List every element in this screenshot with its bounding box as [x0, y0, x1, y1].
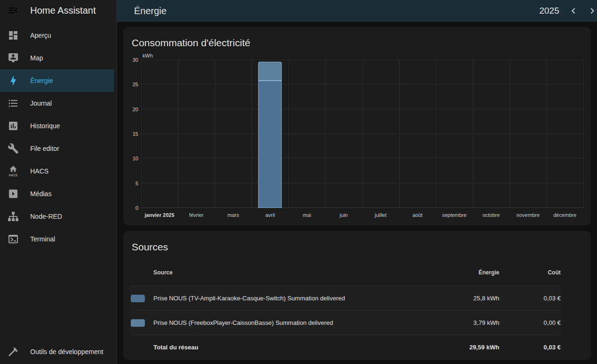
app-title: Home Assistant — [30, 5, 96, 16]
sidebar-nav: Aperçu Map Énergie Journal Historique Fi… — [0, 21, 117, 250]
play-box-icon — [8, 188, 19, 199]
v-gridline — [547, 60, 547, 208]
format-list-bulleted-icon — [8, 98, 19, 109]
v-gridline — [215, 60, 215, 208]
chevron-left-icon — [568, 5, 579, 17]
sources-card-title: Sources — [131, 239, 583, 259]
wrench-icon — [8, 143, 19, 154]
period-navigation: 2025 — [539, 1, 597, 20]
menu-icon[interactable] — [8, 5, 19, 16]
x-axis-tick-label: septembre — [436, 212, 473, 218]
v-gridline — [473, 60, 473, 208]
sidebar-item-historique[interactable]: Historique — [0, 115, 114, 137]
lightning-bolt-icon — [8, 75, 19, 86]
electricity-consumption-chart: 051015202530 kWh janvier 2025févriermars… — [131, 60, 583, 218]
source-row: Prise NOUS (FreeboxPlayer-CaissonBasse) … — [131, 310, 561, 335]
app-header: Énergie 2025 — [117, 0, 597, 22]
page-title: Énergie — [134, 6, 167, 17]
sidebar-header: Home Assistant — [0, 0, 117, 21]
sidebar-item-node-red[interactable]: Node-RED — [0, 205, 114, 228]
cost-column-header: Coût — [499, 269, 561, 276]
sidebar-item-terminal[interactable]: Terminal — [0, 228, 114, 250]
sidebar-item-label: Terminal — [30, 235, 55, 243]
consumption-card-title: Consommation d'électricité — [131, 34, 583, 55]
console-icon — [8, 233, 19, 245]
x-axis-tick-label: juillet — [362, 212, 399, 218]
svg-text:HACS: HACS — [9, 174, 18, 177]
source-energy-value: 25,8 kWh — [429, 295, 499, 302]
v-gridline — [583, 60, 584, 208]
source-cost-value: 0,00 € — [499, 319, 561, 326]
sidebar-item-label: File editor — [30, 145, 59, 152]
v-gridline — [141, 60, 142, 208]
y-axis-tick-label: 5 — [135, 181, 138, 186]
sitemap-icon — [8, 211, 19, 222]
source-cost-value: 0,03 € — [499, 295, 561, 302]
chart-box-icon — [8, 120, 19, 132]
source-color-swatch — [131, 295, 145, 302]
sidebar-item-label: Node-RED — [30, 213, 62, 220]
y-axis-unit-label: kWh — [143, 53, 153, 58]
content: Consommation d'électricité 051015202530 … — [117, 22, 597, 364]
y-axis-tick-label: 0 — [135, 206, 138, 211]
energy-column-header: Énergie — [429, 269, 499, 276]
y-axis-tick-label: 30 — [133, 58, 138, 63]
x-axis-tick-label: avril — [252, 212, 288, 218]
v-gridline — [178, 60, 178, 208]
chart-bar[interactable] — [258, 60, 282, 208]
y-axis-tick-label: 25 — [133, 82, 138, 87]
v-gridline — [362, 60, 363, 208]
electricity-consumption-card: Consommation d'électricité 051015202530 … — [123, 27, 591, 225]
main-area: Énergie 2025 Consommation d'électricité … — [117, 0, 597, 364]
x-axis-tick-label: mars — [215, 212, 252, 218]
x-axis-tick-label: août — [399, 212, 436, 218]
next-period-button[interactable] — [583, 1, 597, 20]
sidebar-item-file-editor[interactable]: File editor — [0, 137, 114, 160]
sidebar-item-label: Historique — [30, 122, 60, 130]
sidebar-item-map[interactable]: Map — [0, 47, 114, 69]
sidebar-item-medias[interactable]: Médias — [0, 182, 114, 205]
sidebar-bottom: Outils de développement — [0, 340, 117, 364]
y-axis-tick-label: 10 — [133, 156, 138, 161]
v-gridline — [252, 60, 252, 208]
y-axis-tick-label: 15 — [133, 132, 138, 137]
bar-segment — [258, 62, 282, 81]
sources-table-body: Prise NOUS (TV-Ampli-Karaoke-Casque-Swit… — [131, 286, 561, 335]
hacs-icon: HACS — [8, 165, 19, 177]
source-energy-value: 3,79 kWh — [429, 319, 499, 326]
sources-card: Sources Source Énergie Coût Prise NOUS (… — [123, 231, 591, 360]
x-axis-tick-label: février — [178, 212, 215, 218]
sidebar-item-label: Journal — [30, 99, 52, 107]
period-label[interactable]: 2025 — [539, 6, 559, 16]
sources-table-header: Source Énergie Coût — [131, 259, 561, 286]
v-gridline — [325, 60, 326, 208]
x-axis-tick-label: novembre — [510, 212, 547, 218]
v-gridline — [436, 60, 437, 208]
source-name: Prise NOUS (TV-Ampli-Karaoke-Casque-Swit… — [153, 295, 429, 302]
x-axis-tick-label: mai — [288, 212, 325, 218]
sidebar-item-hacs[interactable]: HACS HACS — [0, 160, 114, 182]
sidebar-item-dev-tools[interactable]: Outils de développement — [0, 340, 114, 363]
total-row: Total du réseau 29,59 kWh 0,03 € — [131, 335, 561, 359]
source-row: Prise NOUS (TV-Ampli-Karaoke-Casque-Swit… — [131, 286, 561, 310]
sidebar-item-journal[interactable]: Journal — [0, 92, 114, 115]
hammer-icon — [8, 346, 19, 357]
view-dashboard-icon — [8, 30, 19, 41]
sidebar-item-label: Énergie — [30, 77, 53, 84]
tooltip-account-icon — [8, 52, 19, 64]
x-axis: janvier 2025févriermarsavrilmaijuinjuill… — [141, 208, 583, 218]
x-axis-tick-label: janvier 2025 — [141, 212, 178, 218]
x-axis-tick-label: octobre — [473, 212, 510, 218]
previous-period-button[interactable] — [564, 1, 583, 20]
total-energy-value: 29,59 kWh — [429, 344, 499, 351]
sidebar-item-apercu[interactable]: Aperçu — [0, 24, 114, 47]
bar-segment — [258, 81, 282, 208]
sidebar: Home Assistant Aperçu Map Énergie Journa… — [0, 0, 117, 364]
x-axis-tick-label: juin — [325, 212, 362, 218]
total-cost-value: 0,03 € — [499, 344, 561, 351]
sidebar-item-energie[interactable]: Énergie — [0, 69, 114, 92]
source-name: Prise NOUS (FreeboxPlayer-CaissonBasse) … — [153, 319, 429, 326]
sidebar-item-label: Médias — [30, 190, 51, 198]
sidebar-item-label: Map — [30, 54, 43, 62]
chart-plot-area: kWh — [141, 60, 583, 208]
